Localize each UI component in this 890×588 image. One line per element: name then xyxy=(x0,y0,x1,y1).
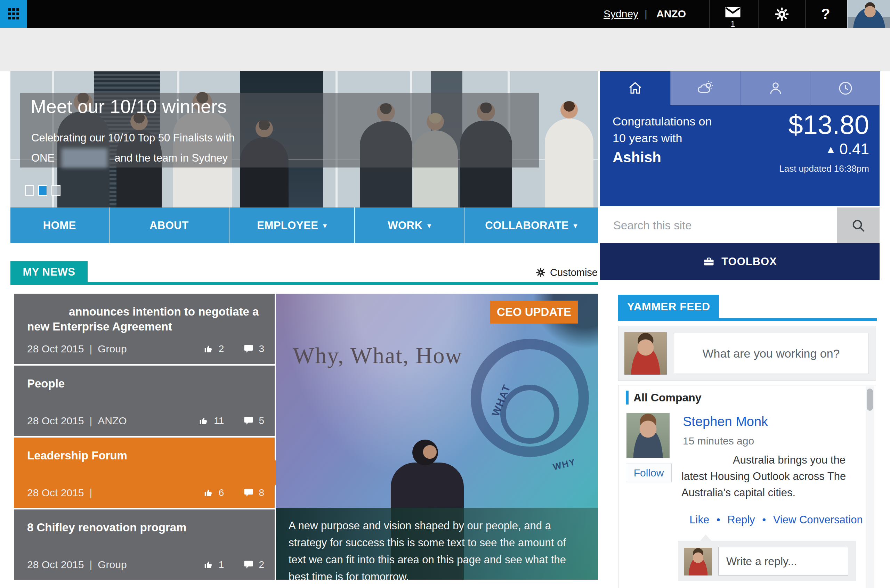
nav-employee[interactable]: EMPLOYEE▾ xyxy=(229,207,354,243)
my-news-tab[interactable]: MY NEWS xyxy=(11,261,88,283)
ceo-update-badge: CEO UPDATE xyxy=(490,301,578,324)
likes-group[interactable]: 1 xyxy=(203,559,224,570)
app-launcher-button[interactable] xyxy=(0,0,27,28)
user-avatar[interactable] xyxy=(847,0,890,28)
carousel-dot-2-active[interactable] xyxy=(38,185,47,196)
anniversary-message: Congratulations on 10 years with Ashish xyxy=(612,113,711,168)
topbar-divider xyxy=(805,0,806,28)
customise-button[interactable]: Customise xyxy=(536,265,597,280)
search-button[interactable] xyxy=(837,207,879,243)
top-bar: Sydney | ANZO 1 xyxy=(0,0,890,28)
yammer-feed-tab[interactable]: YAMMER FEED xyxy=(618,295,719,318)
news-meta: 28 Oct 2015 | Group 1 2 xyxy=(27,559,264,571)
comment-count: 3 xyxy=(259,344,264,354)
reply-input[interactable] xyxy=(718,547,848,576)
nav-label: COLLABORATE xyxy=(485,219,569,232)
org-label: ANZO xyxy=(656,0,686,28)
group-name: All Company xyxy=(633,391,702,405)
feed-scrollbar-thumb[interactable] xyxy=(867,388,873,411)
hero-subtitle-one: ONE xyxy=(31,152,55,164)
location-link[interactable]: Sydney xyxy=(603,0,638,28)
hero-subtitle-line2: ONE and the team in Sydney xyxy=(31,148,228,168)
header-spacer xyxy=(0,28,890,71)
employee-widget-panel: Congratulations on 10 years with Ashish … xyxy=(600,71,879,206)
comment-count: 2 xyxy=(259,559,264,570)
nav-work[interactable]: WORK▾ xyxy=(354,207,464,243)
carousel-dot-1[interactable] xyxy=(25,185,34,196)
mail-badge: 1 xyxy=(725,20,740,29)
news-title: announces intention to negotiate a new E… xyxy=(27,304,266,334)
speaker-head xyxy=(412,440,438,465)
congrats-line2: 10 years with xyxy=(612,130,711,146)
nav-label: ABOUT xyxy=(150,219,189,232)
settings-button[interactable] xyxy=(774,6,790,24)
caret-down-icon: ▾ xyxy=(427,221,431,230)
comments-group[interactable]: 3 xyxy=(243,344,264,354)
mail-button[interactable]: 1 xyxy=(725,7,740,29)
post-author-link[interactable]: Stephen Monk xyxy=(683,414,768,429)
action-bullet: • xyxy=(716,514,720,526)
briefcase-icon xyxy=(702,255,715,268)
featured-news-image[interactable]: Why, What, How WHAT WHY CEO UPDATE A new… xyxy=(276,294,598,580)
comment-count: 8 xyxy=(259,487,264,498)
news-date: 28 Oct 2015 xyxy=(27,415,84,427)
comments-group[interactable]: 8 xyxy=(243,487,264,498)
search-input[interactable] xyxy=(600,207,837,243)
nav-about[interactable]: ABOUT xyxy=(109,207,229,243)
hero-carousel[interactable]: Meet our 10/10 winners Celebrating our 1… xyxy=(11,71,598,207)
tab-home-active[interactable] xyxy=(600,71,670,105)
reply-link[interactable]: Reply xyxy=(727,514,755,526)
comments-group[interactable]: 5 xyxy=(243,415,264,426)
carousel-dot-3[interactable] xyxy=(51,185,60,196)
person-icon xyxy=(767,80,784,97)
tab-time[interactable] xyxy=(810,71,880,105)
follow-button[interactable]: Follow xyxy=(626,464,672,482)
congrats-line1: Congratulations on xyxy=(612,113,711,130)
news-meta: 28 Oct 2015 | 6 8 xyxy=(27,487,264,499)
like-link[interactable]: Like xyxy=(689,514,709,526)
stock-updated: Last updated 16:38pm xyxy=(779,164,869,174)
stock-change-value: 0.41 xyxy=(839,140,869,158)
nav-home[interactable]: HOME xyxy=(11,207,109,243)
group-accent-bar xyxy=(626,391,629,405)
view-conversation-link[interactable]: View Conversation xyxy=(773,514,863,526)
feature-caption: A new purpose and vision shaped by our p… xyxy=(276,508,598,580)
logo-word-why: WHY xyxy=(552,456,577,472)
nav-collaborate[interactable]: COLLABORATE▾ xyxy=(464,207,598,243)
tab-weather[interactable] xyxy=(670,71,740,105)
weather-icon xyxy=(697,80,714,97)
likes-group[interactable]: 2 xyxy=(203,344,224,354)
likes-group[interactable]: 11 xyxy=(198,415,224,426)
like-count: 1 xyxy=(219,559,224,570)
hero-person xyxy=(543,101,595,207)
redacted-logo xyxy=(62,148,107,168)
reply-box-tail xyxy=(700,534,711,541)
comment-icon xyxy=(243,488,254,498)
comment-icon xyxy=(243,344,254,354)
news-title: People xyxy=(27,376,266,391)
comments-group[interactable]: 2 xyxy=(243,559,264,570)
up-triangle-icon: ▲ xyxy=(826,144,836,155)
comment-icon xyxy=(243,560,254,570)
meta-separator: | xyxy=(89,343,92,355)
composer-input[interactable] xyxy=(674,333,869,374)
ceo-update-label: CEO UPDATE xyxy=(497,306,571,319)
news-date: 28 Oct 2015 xyxy=(27,559,84,571)
news-title: Leadership Forum xyxy=(27,448,266,463)
toolbox-button[interactable]: TOOLBOX xyxy=(600,243,879,280)
yammer-underline xyxy=(618,318,877,321)
news-item-1[interactable]: announces intention to negotiate a new E… xyxy=(14,294,275,364)
post-actions: Like • Reply • View Conversation xyxy=(681,514,871,526)
help-button[interactable]: ? xyxy=(821,0,830,28)
likes-group[interactable]: 6 xyxy=(203,487,224,498)
news-meta: 28 Oct 2015 | ANZO 11 5 xyxy=(27,415,264,427)
nav-label: EMPLOYEE xyxy=(257,219,318,232)
clock-icon xyxy=(837,80,854,97)
news-item-2[interactable]: People 28 Oct 2015 | ANZO 11 5 xyxy=(14,366,275,436)
news-item-3-selected[interactable]: Leadership Forum 28 Oct 2015 | 6 8 xyxy=(14,438,275,508)
customise-label: Customise xyxy=(550,267,597,278)
post-timestamp: 15 minutes ago xyxy=(683,435,754,447)
gear-icon xyxy=(774,6,790,22)
news-item-4[interactable]: 8 Chifley renovation program 28 Oct 2015… xyxy=(14,510,275,580)
tab-people[interactable] xyxy=(740,71,810,105)
